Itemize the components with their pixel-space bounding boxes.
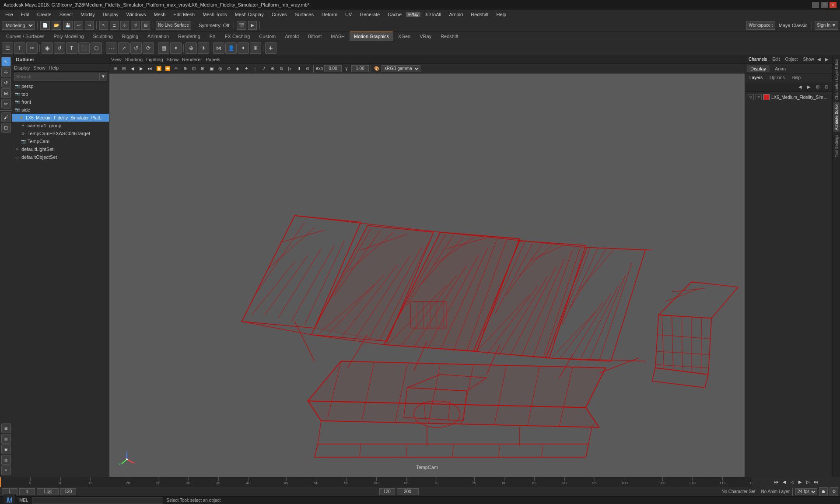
vp-color-profile-select[interactable]: sRGB gamma bbox=[382, 65, 420, 72]
tool-icon-10[interactable]: ↗ bbox=[118, 42, 130, 54]
vp-cam-btn-20[interactable]: ⊚ bbox=[277, 65, 285, 73]
vp-menu-lighting[interactable]: Lighting bbox=[146, 57, 163, 62]
select-tool-button[interactable]: ↖ bbox=[99, 21, 108, 30]
menu-mesh[interactable]: Mesh bbox=[150, 11, 169, 18]
vert-tab-tools[interactable]: Tool Settings bbox=[833, 133, 840, 159]
menu-file[interactable]: File bbox=[2, 11, 17, 18]
tab-fx-caching[interactable]: FX Caching bbox=[220, 32, 254, 41]
menu-redshift[interactable]: Redshift bbox=[467, 11, 492, 18]
tab-vray[interactable]: VRay bbox=[415, 32, 436, 41]
tab-poly-modeling[interactable]: Poly Modeling bbox=[49, 32, 88, 41]
lasso-tool-button[interactable]: ⊏ bbox=[110, 21, 119, 30]
tool-icon-6[interactable]: T bbox=[66, 42, 77, 54]
tool-icon-11[interactable]: ↺ bbox=[130, 42, 142, 54]
menu-mesh-tools[interactable]: Mesh Tools bbox=[199, 11, 230, 18]
menu-arnold[interactable]: Arnold bbox=[445, 11, 466, 18]
display-layer-button-5[interactable]: ≡ bbox=[1, 466, 11, 475]
tree-item-top[interactable]: 📷 top bbox=[12, 90, 109, 98]
rp-toolbar-btn-4[interactable]: ⊟ bbox=[822, 83, 830, 91]
undo-button[interactable]: ↩ bbox=[74, 21, 83, 30]
tl-prev-key-button[interactable]: ⏮ bbox=[773, 479, 780, 486]
menu-windows[interactable]: Windows bbox=[123, 11, 150, 18]
tab-animation[interactable]: Animation bbox=[143, 32, 173, 41]
tool-icon-15[interactable]: ⊕ bbox=[186, 42, 197, 54]
vp-menu-shading[interactable]: Shading bbox=[125, 57, 143, 62]
fps-select[interactable]: 24 fps 30 fps 25 fps 60 fps bbox=[795, 488, 817, 495]
vp-cam-btn-18[interactable]: ↗ bbox=[260, 65, 268, 73]
tool-icon-5[interactable]: ↺ bbox=[54, 42, 65, 54]
tab-bifrost[interactable]: Bifrost bbox=[304, 32, 326, 41]
vp-menu-view[interactable]: View bbox=[111, 57, 122, 62]
tool-icon-13[interactable]: ▤ bbox=[158, 42, 169, 54]
sign-in-button[interactable]: Sign In ▼ bbox=[815, 21, 838, 30]
rp-subtab-layers[interactable]: Layers bbox=[747, 75, 765, 80]
close-button[interactable]: ✕ bbox=[830, 2, 836, 8]
menu-mesh-display[interactable]: Mesh Display bbox=[231, 11, 267, 18]
tl-play-back-button[interactable]: ◁ bbox=[789, 479, 796, 486]
end-range-input[interactable] bbox=[60, 488, 76, 495]
rp-tab-show[interactable]: Show bbox=[801, 57, 816, 62]
tree-item-persp[interactable]: 📷 persp bbox=[12, 82, 109, 90]
vp-cam-btn-15[interactable]: ◈ bbox=[234, 65, 242, 73]
tab-rendering[interactable]: Rendering bbox=[174, 32, 205, 41]
end-frame-input[interactable] bbox=[379, 488, 395, 495]
rp-subtab-help[interactable]: Help bbox=[789, 75, 803, 80]
rp-toolbar-btn-2[interactable]: ▶ bbox=[805, 83, 813, 91]
vp-color-profile-icon[interactable]: 🎨 bbox=[373, 65, 381, 73]
layer-p-button[interactable]: P bbox=[756, 94, 762, 100]
no-live-surface-button[interactable]: No Live Surface bbox=[156, 21, 191, 30]
tab-motion-graphics[interactable]: Motion Graphics bbox=[350, 32, 393, 41]
menu-edit[interactable]: Edit bbox=[18, 11, 33, 18]
new-file-button[interactable]: 📄 bbox=[40, 21, 50, 30]
vp-cam-btn-5[interactable]: ⏭ bbox=[146, 65, 154, 73]
tree-item-lx6-group[interactable]: ▼ ⊞ LX6_Medium_Fidelity_Simulator_Platf.… bbox=[12, 114, 109, 122]
menu-edit-mesh[interactable]: Edit Mesh bbox=[170, 11, 198, 18]
rp-toolbar-btn-3[interactable]: ⊞ bbox=[814, 83, 822, 91]
tool-icon-9[interactable]: ⋯ bbox=[106, 42, 117, 54]
scale-mode-button[interactable]: ⊞ bbox=[1, 88, 11, 98]
save-file-button[interactable]: 💾 bbox=[63, 21, 73, 30]
tool-icon-12[interactable]: ⟳ bbox=[143, 42, 154, 54]
vp-cam-btn-17[interactable]: ⋮ bbox=[251, 65, 259, 73]
rp-anim-tab[interactable]: Anim bbox=[771, 65, 789, 72]
tab-fx[interactable]: FX bbox=[205, 32, 220, 41]
tree-item-tempcam-target[interactable]: ⊕ TempCamFBXASC046Target bbox=[12, 130, 109, 137]
layer-row-lx6[interactable]: V P LX6_Medium_Fidelity_Simulato bbox=[747, 93, 830, 102]
rp-display-tab[interactable]: Display bbox=[747, 65, 770, 72]
playback-settings-button[interactable]: ⚙ bbox=[830, 487, 838, 496]
menu-deform[interactable]: Deform bbox=[318, 11, 341, 18]
tool-icon-1[interactable]: ☰ bbox=[2, 42, 13, 54]
vp-cam-btn-22[interactable]: ⏸ bbox=[295, 65, 303, 73]
tab-redshift[interactable]: Redshift bbox=[436, 32, 462, 41]
command-input[interactable] bbox=[32, 497, 163, 504]
rotate-tool-button[interactable]: ↺ bbox=[131, 21, 140, 30]
tab-rigging[interactable]: Rigging bbox=[118, 32, 143, 41]
open-file-button[interactable]: 📂 bbox=[52, 21, 61, 30]
tl-play-button[interactable]: ▶ bbox=[797, 479, 804, 486]
vp-cam-btn-11[interactable]: ⊞ bbox=[199, 65, 206, 73]
menu-uv[interactable]: UV bbox=[342, 11, 355, 18]
search-dropdown-button[interactable]: ▼ bbox=[99, 73, 107, 80]
rp-tab-edit[interactable]: Edit bbox=[770, 57, 781, 62]
vp-cam-btn-19[interactable]: ⊗ bbox=[269, 65, 276, 73]
scale-tool-button[interactable]: ⊞ bbox=[141, 21, 150, 30]
vp-exposure-input[interactable] bbox=[324, 65, 342, 72]
autokey-button[interactable]: ⏺ bbox=[819, 487, 828, 496]
tool-icon-3[interactable]: ✂ bbox=[26, 42, 38, 54]
tl-next-frame-button[interactable]: ▷ bbox=[805, 479, 812, 486]
tool-icon-2[interactable]: T bbox=[14, 42, 25, 54]
display-layer-button-1[interactable]: ▦ bbox=[1, 424, 11, 433]
display-layer-button-4[interactable]: ▥ bbox=[1, 455, 11, 465]
minimize-button[interactable]: ─ bbox=[812, 2, 819, 8]
tool-icon-19[interactable]: ✦ bbox=[238, 42, 249, 54]
tree-item-object-set[interactable]: ⊡ defaultObjectSet bbox=[12, 153, 109, 161]
maximize-button[interactable]: □ bbox=[821, 2, 828, 8]
vp-cam-btn-7[interactable]: ⏪ bbox=[164, 65, 172, 73]
tool-icon-16[interactable]: ☀ bbox=[198, 42, 209, 54]
menu-create[interactable]: Create bbox=[34, 11, 55, 18]
vp-gamma-input[interactable] bbox=[351, 65, 369, 72]
sidebar-icon-6[interactable]: ⊡ bbox=[1, 123, 11, 133]
render-button[interactable]: ▶ bbox=[248, 21, 257, 30]
workspace-select[interactable]: Modeling bbox=[2, 21, 35, 30]
menu-3dtoall[interactable]: 3DToAll bbox=[421, 11, 445, 18]
